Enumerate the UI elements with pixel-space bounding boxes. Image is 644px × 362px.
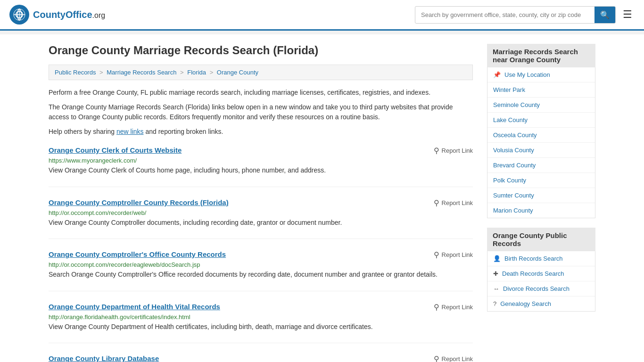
result-desc: View Orange County Comptroller documents… <box>49 218 473 228</box>
report-label: Report Link <box>442 304 473 311</box>
nearby-link[interactable]: Seminole County <box>487 98 595 113</box>
report-icon: ⚲ <box>434 198 439 207</box>
page-title: Orange County Marriage Records Search (F… <box>49 44 473 57</box>
result-header: Orange County Comptroller's Office Count… <box>49 250 473 259</box>
death-records-link[interactable]: ✚ Death Records Search <box>487 266 595 281</box>
result-header: Orange County Library Database ⚲ Report … <box>49 354 473 362</box>
logo-text: CountyOffice.org <box>33 9 105 20</box>
result-url: http://or.occompt.com/recorder/web/ <box>49 209 473 216</box>
result-item: Orange County Clerk of Courts Website ⚲ … <box>49 146 473 187</box>
birth-records-item[interactable]: 👤 Birth Records Search <box>487 251 595 266</box>
use-location-link[interactable]: 📌 Use My Location <box>487 67 595 82</box>
nearby-link[interactable]: Osceola County <box>487 128 595 143</box>
logo-org: .org <box>92 11 106 19</box>
birth-records-link[interactable]: 👤 Birth Records Search <box>487 251 595 266</box>
result-item: Orange County Comptroller County Records… <box>49 198 473 239</box>
result-item: Orange County Library Database ⚲ Report … <box>49 354 473 362</box>
nearby-volusia[interactable]: Volusia County <box>487 143 595 158</box>
logo-area: CountyOffice.org <box>9 5 105 25</box>
search-button[interactable]: 🔍 <box>594 7 615 23</box>
menu-button[interactable]: ☰ <box>620 6 635 23</box>
result-title-link[interactable]: Orange County Clerk of Courts Website <box>49 146 182 154</box>
report-icon: ⚲ <box>434 303 439 312</box>
breadcrumb-orange-county[interactable]: Orange County <box>217 69 258 76</box>
result-url: http://or.occompt.com/recorder/eagleweb/… <box>49 261 473 268</box>
death-records-item[interactable]: ✚ Death Records Search <box>487 266 595 281</box>
breadcrumb-public-records[interactable]: Public Records <box>55 69 96 76</box>
breadcrumb-marriage-records[interactable]: Marriage Records Search <box>107 69 176 76</box>
report-icon: ⚲ <box>434 146 439 155</box>
help-text: Help others by sharing new links and rep… <box>49 127 473 137</box>
report-icon: ⚲ <box>434 250 439 259</box>
arrows-icon: ↔ <box>493 285 499 292</box>
nearby-brevard[interactable]: Brevard County <box>487 158 595 173</box>
result-desc: View Orange County Clerk of Courts home … <box>49 166 473 175</box>
sidebar: Marriage Records Search near Orange Coun… <box>487 44 595 362</box>
result-header: Orange County Clerk of Courts Website ⚲ … <box>49 146 473 155</box>
search-input[interactable] <box>415 8 594 22</box>
search-bar: 🔍 <box>415 6 616 24</box>
genealogy-item[interactable]: ? Genealogy Search <box>487 296 595 311</box>
report-link[interactable]: ⚲ Report Link <box>434 354 473 362</box>
genealogy-link[interactable]: ? Genealogy Search <box>487 296 595 311</box>
nearby-heading: Marriage Records Search near Orange Coun… <box>487 44 595 67</box>
result-title-link[interactable]: Orange County Comptroller County Records… <box>49 198 229 206</box>
nearby-osceola[interactable]: Osceola County <box>487 128 595 143</box>
help-text-before: Help others by sharing <box>49 128 116 135</box>
report-link[interactable]: ⚲ Report Link <box>434 303 473 312</box>
breadcrumb: Public Records > Marriage Records Search… <box>49 65 473 80</box>
report-link[interactable]: ⚲ Report Link <box>434 250 473 259</box>
result-item: Orange County Comptroller's Office Count… <box>49 250 473 291</box>
header-right: 🔍 ☰ <box>415 6 635 24</box>
main-container: Orange County Marriage Records Search (F… <box>39 34 605 362</box>
report-link[interactable]: ⚲ Report Link <box>434 198 473 207</box>
public-records-list: 👤 Birth Records Search ✚ Death Records S… <box>487 251 595 312</box>
nearby-marion[interactable]: Marion County <box>487 203 595 218</box>
result-title-link[interactable]: Orange County Department of Health Vital… <box>49 303 220 311</box>
nearby-lake[interactable]: Lake County <box>487 113 595 128</box>
nearby-link[interactable]: Volusia County <box>487 143 595 158</box>
nearby-sumter[interactable]: Sumter County <box>487 188 595 203</box>
logo-county: CountyOffice <box>33 9 92 20</box>
genealogy-label: Genealogy Search <box>500 300 551 307</box>
nearby-section: Marriage Records Search near Orange Coun… <box>487 44 595 218</box>
nearby-polk[interactable]: Polk County <box>487 173 595 188</box>
nearby-seminole[interactable]: Seminole County <box>487 98 595 113</box>
nearby-link[interactable]: Sumter County <box>487 188 595 203</box>
breadcrumb-sep-3: > <box>210 69 215 76</box>
nearby-link[interactable]: Winter Park <box>487 82 595 98</box>
breadcrumb-sep-1: > <box>99 69 105 76</box>
report-icon: ⚲ <box>434 354 439 362</box>
logo-icon <box>9 5 29 25</box>
divorce-records-label: Divorce Records Search <box>503 285 570 292</box>
nearby-link[interactable]: Brevard County <box>487 158 595 173</box>
result-header: Orange County Department of Health Vital… <box>49 303 473 312</box>
birth-records-label: Birth Records Search <box>504 255 563 262</box>
nearby-link[interactable]: Marion County <box>487 203 595 218</box>
use-location-item[interactable]: 📌 Use My Location <box>487 67 595 82</box>
nearby-link[interactable]: Lake County <box>487 113 595 128</box>
question-icon: ? <box>493 300 496 307</box>
cross-icon: ✚ <box>493 270 498 277</box>
intro-text-2: The Orange County Marriage Records Searc… <box>49 102 473 122</box>
breadcrumb-sep-2: > <box>180 69 185 76</box>
divorce-records-link[interactable]: ↔ Divorce Records Search <box>487 281 595 296</box>
new-links-link[interactable]: new links <box>116 128 144 135</box>
person-icon: 👤 <box>493 255 501 262</box>
result-url: https://www.myorangeclerk.com/ <box>49 157 473 164</box>
result-title-link[interactable]: Orange County Comptroller's Office Count… <box>49 250 226 258</box>
use-location-label: Use My Location <box>504 71 550 78</box>
public-records-heading: Orange County Public Records <box>487 228 595 251</box>
divorce-records-item[interactable]: ↔ Divorce Records Search <box>487 281 595 296</box>
result-desc: View Orange County Department of Health … <box>49 322 473 332</box>
site-header: CountyOffice.org 🔍 ☰ <box>0 0 644 31</box>
nearby-link[interactable]: Polk County <box>487 173 595 188</box>
report-link[interactable]: ⚲ Report Link <box>434 146 473 155</box>
breadcrumb-florida[interactable]: Florida <box>187 69 206 76</box>
help-text-after: and reporting broken links. <box>144 128 223 135</box>
results-list: Orange County Clerk of Courts Website ⚲ … <box>49 146 473 362</box>
location-pin-icon: 📌 <box>493 71 501 78</box>
nearby-winter-park[interactable]: Winter Park <box>487 82 595 98</box>
result-title-link[interactable]: Orange County Library Database <box>49 354 159 362</box>
result-item: Orange County Department of Health Vital… <box>49 303 473 344</box>
